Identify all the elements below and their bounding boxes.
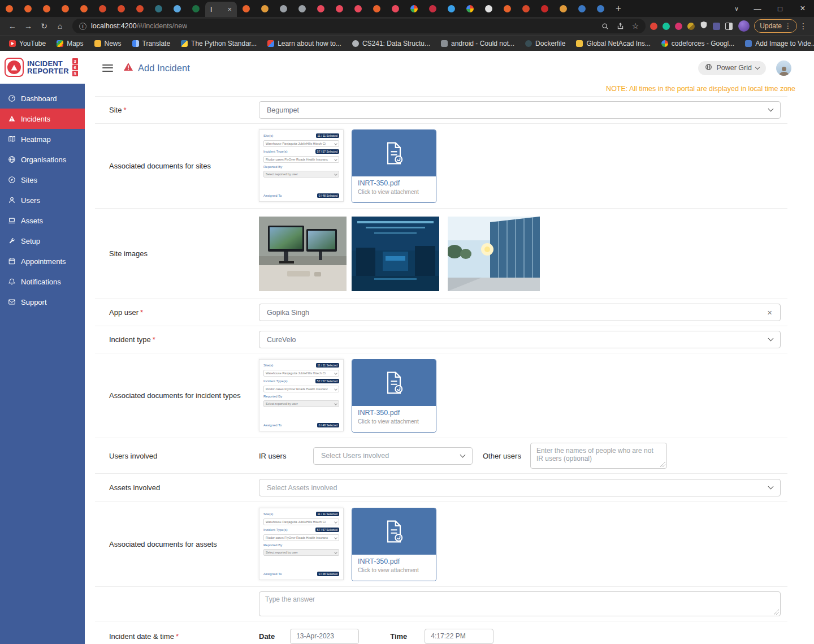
globe-pinned-tab[interactable] — [293, 0, 311, 17]
org-selector[interactable]: Power Grid — [698, 61, 766, 75]
sidebar-item-appointments[interactable]: Appointments — [0, 251, 85, 271]
cloud-pinned-tab[interactable] — [168, 0, 187, 17]
globe-pinned-tab[interactable] — [274, 0, 293, 17]
firefox-pinned-tab[interactable] — [131, 0, 149, 17]
extension-red-icon[interactable] — [650, 23, 657, 30]
maximize-button[interactable]: □ — [769, 0, 791, 17]
brave-pinned-tab[interactable] — [37, 0, 56, 17]
bookmark-python[interactable]: The Python Standar... — [181, 40, 257, 47]
assets-select[interactable]: Select Assets involved — [259, 479, 781, 496]
document-preview-thumbnail[interactable]: Site(s)11 / 11 Selected Warehouse Panjag… — [259, 508, 344, 580]
bookmark-learn[interactable]: Learn about how to... — [267, 40, 341, 47]
paw-pinned-tab[interactable] — [311, 0, 330, 17]
new-tab-button[interactable]: + — [610, 1, 627, 16]
tab-search-chevron-icon[interactable]: ∨ — [727, 5, 746, 12]
bookmark-maps[interactable]: Maps — [57, 40, 83, 47]
sidebar-item-users[interactable]: Users — [0, 190, 85, 210]
document-preview-thumbnail[interactable]: Site(s)11 / 11 Selected Warehouse Panjag… — [259, 129, 344, 202]
site-image-factory[interactable] — [352, 217, 439, 291]
brave-pinned-tab[interactable] — [75, 0, 93, 17]
url-input[interactable]: i localhost:4200/#/incidents/new ☆ — [72, 19, 646, 33]
extension-green-icon[interactable] — [663, 23, 670, 30]
bookmark-cs241[interactable]: CS241: Data Structu... — [352, 40, 430, 47]
sidebar-item-organisations[interactable]: Organisations — [0, 149, 85, 170]
bookmark-star-icon[interactable]: ☆ — [632, 21, 639, 31]
site-image-office[interactable] — [259, 217, 347, 291]
sidebar-item-dashboard[interactable]: Dashboard — [0, 88, 85, 109]
bookmark-news[interactable]: News — [94, 40, 122, 47]
orange-pinned-tab[interactable] — [554, 0, 573, 17]
brave-pinned-tab[interactable] — [0, 0, 19, 17]
chrome-pinned-tab[interactable] — [405, 0, 423, 17]
flag-pinned-tab[interactable] — [479, 0, 498, 17]
update-button[interactable]: Update ⋮ — [754, 19, 797, 33]
bookmark-translate[interactable]: Translate — [132, 40, 171, 47]
attachment-card[interactable]: INRT-350.pdf Click to view attachment — [352, 129, 436, 203]
bookmark-netacad[interactable]: Global NetAcad Ins... — [576, 40, 650, 47]
home-icon[interactable]: ⌂ — [52, 19, 68, 33]
browser-profile-avatar[interactable] — [738, 20, 750, 32]
share-icon[interactable] — [617, 23, 624, 30]
firefox-pinned-tab[interactable] — [93, 0, 112, 17]
document-preview-thumbnail[interactable]: Site(s)11 / 11 Selected Warehouse Panjag… — [259, 359, 344, 431]
bookmark-codeforces[interactable]: codeforces - Googl... — [661, 40, 734, 47]
excel-pinned-tab[interactable] — [187, 0, 205, 17]
sidebar-item-heatmap[interactable]: Heatmap — [0, 129, 85, 149]
time-input[interactable] — [425, 629, 493, 644]
back-icon[interactable]: ← — [5, 19, 20, 33]
site-image-building[interactable] — [448, 217, 540, 291]
forward-icon[interactable]: → — [20, 19, 36, 33]
code-pinned-tab[interactable] — [149, 0, 168, 17]
play-pinned-tab[interactable] — [442, 0, 461, 17]
brave-pinned-tab[interactable] — [19, 0, 37, 17]
browser-menu-icon[interactable]: ⋮ — [797, 21, 809, 31]
paw-pinned-tab[interactable] — [349, 0, 367, 17]
user-avatar[interactable] — [776, 60, 791, 76]
site-select[interactable]: Begumpet — [259, 101, 781, 119]
orange-pinned-tab[interactable] — [256, 0, 274, 17]
reload-icon[interactable]: ↻ — [36, 19, 52, 33]
resize-grip-icon[interactable] — [660, 462, 665, 467]
answer-textarea[interactable] — [259, 591, 781, 616]
firefox-pinned-tab[interactable] — [517, 0, 535, 17]
camera-pinned-tab[interactable] — [423, 0, 442, 17]
brave-pinned-tab[interactable] — [56, 0, 75, 17]
minimize-button[interactable]: — — [746, 0, 769, 17]
close-button[interactable]: × — [791, 0, 814, 17]
brave-pinned-tab[interactable] — [237, 0, 256, 17]
sidebar-item-assets[interactable]: Assets — [0, 210, 85, 231]
menu-toggle-icon[interactable] — [102, 64, 113, 72]
active-tab[interactable]: I × — [205, 2, 237, 17]
chrome-pinned-tab[interactable] — [461, 0, 479, 17]
date-input[interactable] — [290, 629, 359, 644]
docs-pinned-tab[interactable] — [591, 0, 610, 17]
split-screen-icon[interactable] — [725, 23, 733, 30]
attachment-card[interactable]: INRT-350.pdf Click to view attachment — [352, 508, 436, 581]
clear-icon[interactable]: × — [763, 308, 777, 317]
red-pinned-tab[interactable] — [535, 0, 554, 17]
docs-pinned-tab[interactable] — [573, 0, 591, 17]
paw-pinned-tab[interactable] — [386, 0, 405, 17]
attachment-card[interactable]: INRT-350.pdf Click to view attachment — [352, 359, 436, 433]
other-users-textarea[interactable] — [530, 443, 667, 469]
incident-type-select[interactable]: CureVelo — [259, 331, 781, 348]
extension-puzzle-icon[interactable] — [713, 23, 720, 30]
ir-users-select[interactable]: Select Users involved — [313, 447, 473, 465]
site-info-icon[interactable]: i — [79, 23, 86, 30]
bookmark-android[interactable]: android - Could not... — [441, 40, 514, 47]
bookmark-dockerfile[interactable]: Dockerfile — [525, 40, 565, 47]
extension-pink-icon[interactable] — [675, 23, 682, 30]
app-user-input[interactable] — [267, 309, 763, 317]
paw-pinned-tab[interactable] — [330, 0, 349, 17]
sidebar-item-notifications[interactable]: Notifications — [0, 271, 85, 292]
tab-close-icon[interactable]: × — [227, 5, 232, 14]
brave-pinned-tab[interactable] — [367, 0, 386, 17]
sidebar-item-setup[interactable]: Setup — [0, 231, 85, 251]
brave-pinned-tab[interactable] — [498, 0, 517, 17]
firefox-pinned-tab[interactable] — [112, 0, 131, 17]
sidebar-item-incidents[interactable]: Incidents — [0, 109, 85, 129]
extension-pen-icon[interactable] — [687, 23, 695, 30]
app-logo[interactable]: INCIDENT REPORTER 3 6 5 — [0, 51, 85, 84]
shield-icon[interactable] — [700, 21, 708, 31]
sidebar-item-support[interactable]: Support — [0, 292, 85, 312]
